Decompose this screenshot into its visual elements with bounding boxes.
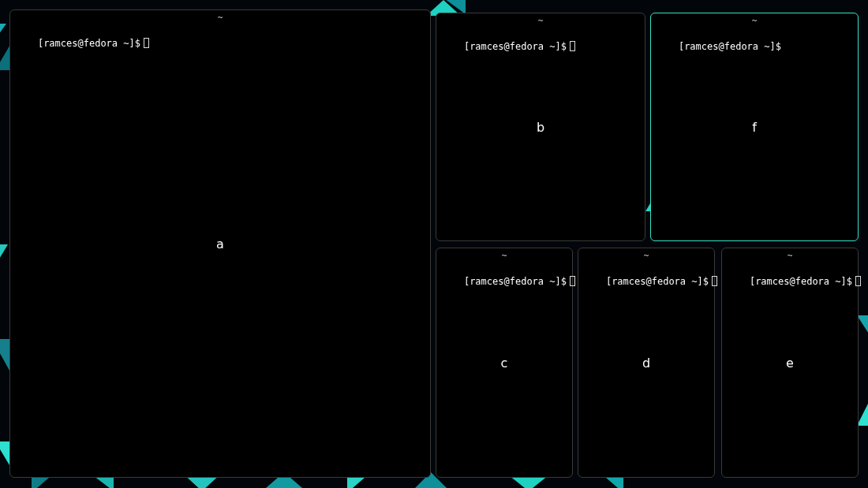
- terminal-window-e[interactable]: ~ [ramces@fedora ~]$ e: [721, 248, 859, 478]
- terminal-window-c[interactable]: ~ [ramces@fedora ~]$ c: [436, 248, 573, 478]
- title-text: ~: [752, 16, 758, 26]
- text-cursor: [570, 41, 575, 51]
- terminal-window-f[interactable]: ~ [ramces@fedora ~]$ f: [650, 13, 859, 241]
- title-text: ~: [788, 251, 793, 261]
- shell-prompt: [ramces@fedora ~]$: [464, 40, 567, 53]
- shell-prompt: [ramces@fedora ~]$: [464, 275, 567, 288]
- shell-prompt: [ramces@fedora ~]$: [679, 40, 781, 53]
- title-text: ~: [538, 16, 544, 26]
- text-cursor: [570, 276, 575, 286]
- shell-prompt: [ramces@fedora ~]$: [750, 275, 852, 288]
- window-title: ~: [436, 13, 645, 28]
- shell-prompt: [ramces@fedora ~]$: [38, 37, 140, 50]
- terminal-content[interactable]: [ramces@fedora ~]$: [727, 263, 853, 472]
- terminal-content[interactable]: [ramces@fedora ~]$: [583, 263, 709, 472]
- terminal-content[interactable]: [ramces@fedora ~]$: [656, 28, 853, 236]
- window-title: ~: [651, 13, 858, 28]
- title-text: ~: [218, 13, 223, 23]
- title-text: ~: [644, 251, 649, 261]
- window-title: ~: [436, 248, 572, 263]
- shell-prompt: [ramces@fedora ~]$: [606, 275, 709, 288]
- terminal-content[interactable]: [ramces@fedora ~]$: [441, 263, 567, 472]
- terminal-window-b[interactable]: ~ [ramces@fedora ~]$ b: [436, 13, 645, 241]
- title-text: ~: [502, 251, 507, 261]
- window-title: ~: [722, 248, 858, 263]
- terminal-content[interactable]: [ramces@fedora ~]$: [441, 28, 640, 236]
- text-cursor: [144, 38, 149, 48]
- terminal-window-a[interactable]: ~ [ramces@fedora ~]$ a: [9, 9, 431, 478]
- window-title: ~: [10, 10, 430, 24]
- terminal-content[interactable]: [ramces@fedora ~]$: [15, 24, 425, 472]
- text-cursor: [712, 276, 717, 286]
- terminal-window-d[interactable]: ~ [ramces@fedora ~]$ d: [578, 248, 715, 478]
- text-cursor: [855, 276, 861, 286]
- window-title: ~: [578, 248, 714, 263]
